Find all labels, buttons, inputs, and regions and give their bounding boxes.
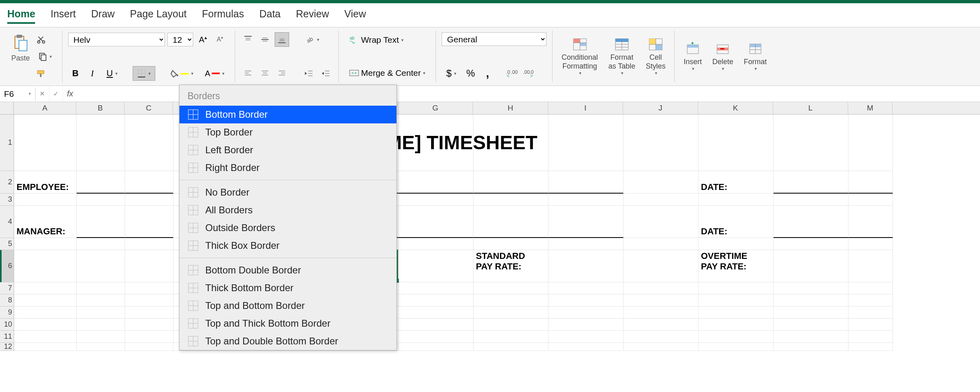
tab-view[interactable]: View [344, 8, 366, 24]
cell-J2[interactable] [623, 171, 699, 194]
cell-A3[interactable] [14, 194, 77, 206]
cell-A8[interactable] [14, 294, 77, 307]
row-header-6[interactable]: 6 [0, 250, 14, 282]
cell-L8[interactable] [774, 294, 849, 307]
menu-item-no-border[interactable]: No Border [179, 183, 396, 201]
decrease-indent-button[interactable] [301, 66, 316, 81]
cell-K6[interactable]: OVERTIMEPAY RATE: [699, 250, 774, 282]
currency-button[interactable]: $▾ [442, 66, 461, 81]
cell-I9[interactable] [548, 307, 623, 319]
cell-L7[interactable] [774, 282, 849, 294]
cell-B5[interactable] [77, 238, 125, 250]
cell-G5[interactable] [398, 238, 473, 250]
cell-H12[interactable] [473, 343, 548, 351]
italic-button[interactable]: I [85, 66, 100, 81]
cell-K3[interactable] [699, 194, 774, 206]
cell-C8[interactable] [125, 294, 173, 307]
cell-B2[interactable] [77, 171, 125, 194]
cell-J5[interactable] [623, 238, 699, 250]
cell-H3[interactable] [473, 194, 548, 206]
cell-K7[interactable] [699, 282, 774, 294]
cell-M12[interactable] [849, 343, 893, 351]
row-header-8[interactable]: 8 [0, 294, 14, 307]
row-header-2[interactable]: 2 [0, 171, 14, 194]
conditional-formatting-button[interactable]: ConditionalFormatting ▾ [558, 35, 601, 77]
cell-styles-button[interactable]: CellStyles ▾ [642, 35, 669, 77]
cell-A7[interactable] [14, 282, 77, 294]
cell-H9[interactable] [473, 307, 548, 319]
cell-C1[interactable] [125, 115, 173, 171]
menu-item-bottom-double-border[interactable]: Bottom Double Border [179, 261, 396, 279]
cell-B10[interactable] [77, 319, 125, 331]
cell-A10[interactable] [14, 319, 77, 331]
cell-L5[interactable] [774, 238, 849, 250]
cell-I4[interactable] [548, 206, 623, 238]
cancel-formula-button[interactable]: ✕ [35, 86, 49, 102]
delete-cells-button[interactable]: Delete ▾ [709, 40, 736, 73]
tab-insert[interactable]: Insert [50, 8, 76, 24]
cell-A6[interactable] [14, 250, 77, 282]
cell-K2[interactable]: DATE: [699, 171, 774, 194]
tab-draw[interactable]: Draw [91, 8, 115, 24]
cell-B3[interactable] [77, 194, 125, 206]
row-header-1[interactable]: 1 [0, 115, 14, 171]
cell-C2[interactable] [125, 171, 173, 194]
tab-formulas[interactable]: Formulas [202, 8, 244, 24]
cell-J12[interactable] [623, 343, 699, 351]
format-cells-button[interactable]: Format ▾ [740, 40, 770, 73]
cell-B12[interactable] [77, 343, 125, 351]
cell-J3[interactable] [623, 194, 699, 206]
cell-M7[interactable] [849, 282, 893, 294]
cell-I1[interactable] [548, 115, 623, 171]
cell-H10[interactable] [473, 319, 548, 331]
increase-decimal-button[interactable]: .0.00 [505, 66, 519, 81]
cell-L2[interactable] [774, 171, 849, 194]
decrease-decimal-button[interactable]: .00.0 [521, 66, 536, 81]
cell-G2[interactable] [398, 171, 473, 194]
cell-J6[interactable] [623, 250, 699, 282]
cell-H2[interactable] [473, 171, 548, 194]
col-header-K[interactable]: K [698, 102, 773, 114]
col-header-G[interactable]: G [398, 102, 473, 114]
menu-item-top-and-thick-bottom-border[interactable]: Top and Thick Bottom Border [179, 315, 396, 332]
menu-item-top-and-bottom-border[interactable]: Top and Bottom Border [179, 297, 396, 315]
cell-C12[interactable] [125, 343, 173, 351]
menu-item-thick-box-border[interactable]: Thick Box Border [179, 237, 396, 254]
menu-item-top-border[interactable]: Top Border [179, 123, 396, 141]
col-header-J[interactable]: J [623, 102, 698, 114]
select-all-corner[interactable] [0, 102, 14, 114]
enter-formula-button[interactable]: ✓ [49, 86, 63, 102]
cell-L3[interactable] [774, 194, 849, 206]
cell-A5[interactable] [14, 238, 77, 250]
cell-A4[interactable]: MANAGER: [14, 206, 77, 238]
cell-H7[interactable] [473, 282, 548, 294]
bold-button[interactable]: B [68, 66, 83, 81]
cell-I5[interactable] [548, 238, 623, 250]
cell-M10[interactable] [849, 319, 893, 331]
menu-item-top-and-double-bottom-border[interactable]: Top and Double Bottom Border [179, 332, 396, 350]
cell-G12[interactable] [398, 343, 473, 351]
col-header-B[interactable]: B [76, 102, 125, 114]
cell-H5[interactable] [473, 238, 548, 250]
cell-A1[interactable] [14, 115, 77, 171]
menu-item-outside-borders[interactable]: Outside Borders [179, 219, 396, 237]
cell-K11[interactable] [699, 331, 774, 343]
copy-button[interactable]: ▾ [34, 49, 56, 64]
cell-M11[interactable] [849, 331, 893, 343]
cell-G9[interactable] [398, 307, 473, 319]
cell-G4[interactable] [398, 206, 473, 238]
cell-J11[interactable] [623, 331, 699, 343]
cell-I11[interactable] [548, 331, 623, 343]
cell-B8[interactable] [77, 294, 125, 307]
cell-L12[interactable] [774, 343, 849, 351]
menu-item-bottom-border[interactable]: Bottom Border [179, 106, 396, 123]
align-center-button[interactable] [258, 66, 272, 81]
cell-K10[interactable] [699, 319, 774, 331]
col-header-A[interactable]: A [14, 102, 76, 114]
increase-indent-button[interactable] [318, 66, 333, 81]
cell-C11[interactable] [125, 331, 173, 343]
cell-I7[interactable] [548, 282, 623, 294]
cell-C6[interactable] [125, 250, 173, 282]
cell-L9[interactable] [774, 307, 849, 319]
menu-item-thick-bottom-border[interactable]: Thick Bottom Border [179, 279, 396, 297]
